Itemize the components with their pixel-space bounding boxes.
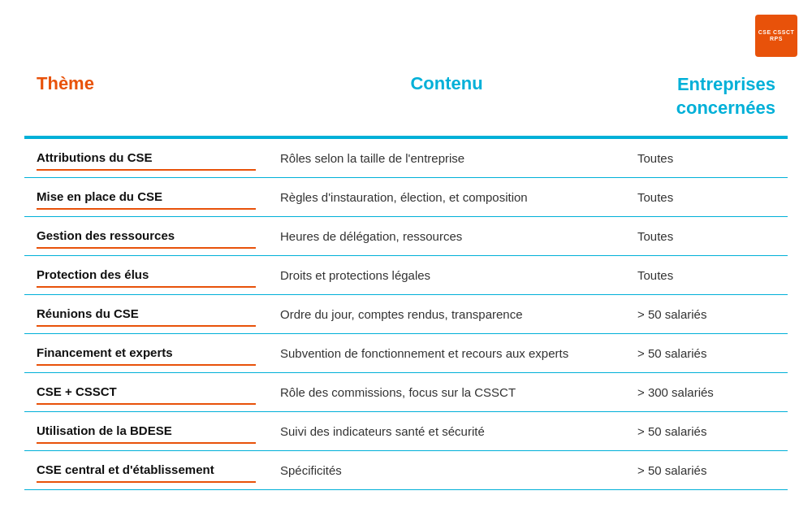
main-container: Thème Contenu Entreprisesconcernées Attr… — [0, 0, 812, 508]
entreprise-cell: > 50 salariés — [625, 295, 788, 333]
contenu-cell: Droits et protections légales — [268, 256, 625, 294]
theme-text: Mise en place du CSE — [37, 188, 256, 210]
table-row: CSE central et d'établissementSpécificit… — [24, 451, 788, 490]
logo: CSE CSSCT RPS — [755, 15, 797, 57]
contenu-cell: Rôle des commissions, focus sur la CSSCT — [268, 373, 625, 411]
contenu-cell: Suivi des indicateurs santé et sécurité — [268, 412, 625, 450]
logo-text: CSE CSSCT RPS — [758, 29, 795, 43]
entreprise-cell: > 50 salariés — [625, 451, 788, 489]
contenu-cell: Heures de délégation, ressources — [268, 217, 625, 255]
entreprise-cell: Toutes — [625, 139, 788, 177]
table-row: Mise en place du CSERègles d'instauratio… — [24, 178, 788, 217]
table-row: Attributions du CSERôles selon la taille… — [24, 137, 788, 178]
theme-text: Réunions du CSE — [37, 305, 256, 327]
contenu-cell: Rôles selon la taille de l'entreprise — [268, 139, 625, 177]
theme-text: Gestion des ressources — [37, 227, 256, 249]
theme-cell: CSE + CSSCT — [24, 373, 268, 411]
entreprise-cell: > 50 salariés — [625, 412, 788, 450]
table-row: CSE + CSSCTRôle des commissions, focus s… — [24, 373, 788, 412]
theme-cell: Mise en place du CSE — [24, 178, 268, 216]
theme-cell: Protection des élus — [24, 256, 268, 294]
table-row: Gestion des ressourcesHeures de délégati… — [24, 217, 788, 256]
theme-cell: Utilisation de la BDESE — [24, 412, 268, 450]
theme-text: CSE central et d'établissement — [37, 461, 256, 483]
theme-text: Attributions du CSE — [37, 149, 256, 171]
entreprise-cell: Toutes — [625, 256, 788, 294]
contenu-cell: Spécificités — [268, 451, 625, 489]
contenu-cell: Subvention de fonctionnement et recours … — [268, 334, 625, 372]
theme-text: CSE + CSSCT — [37, 383, 256, 405]
table-row: Utilisation de la BDESESuivi des indicat… — [24, 412, 788, 451]
table-row: Protection des élusDroits et protections… — [24, 256, 788, 295]
contenu-header: Contenu — [268, 65, 625, 128]
entreprise-cell: > 300 salariés — [625, 373, 788, 411]
theme-text: Utilisation de la BDESE — [37, 422, 256, 444]
theme-text: Protection des élus — [37, 266, 256, 288]
table-body: Attributions du CSERôles selon la taille… — [24, 137, 788, 490]
entreprise-cell: Toutes — [625, 178, 788, 216]
table-row: Financement et expertsSubvention de fonc… — [24, 334, 788, 373]
entreprises-header: Entreprisesconcernées — [625, 65, 788, 128]
entreprise-cell: Toutes — [625, 217, 788, 255]
theme-cell: CSE central et d'établissement — [24, 451, 268, 489]
theme-header: Thème — [24, 65, 268, 128]
table-header: Thème Contenu Entreprisesconcernées — [24, 65, 788, 136]
theme-text: Financement et experts — [37, 344, 256, 366]
theme-cell: Gestion des ressources — [24, 217, 268, 255]
contenu-cell: Ordre du jour, comptes rendus, transpare… — [268, 295, 625, 333]
theme-cell: Attributions du CSE — [24, 139, 268, 177]
entreprise-cell: > 50 salariés — [625, 334, 788, 372]
contenu-cell: Règles d'instauration, élection, et comp… — [268, 178, 625, 216]
theme-cell: Réunions du CSE — [24, 295, 268, 333]
theme-cell: Financement et experts — [24, 334, 268, 372]
table-row: Réunions du CSEOrdre du jour, comptes re… — [24, 295, 788, 334]
